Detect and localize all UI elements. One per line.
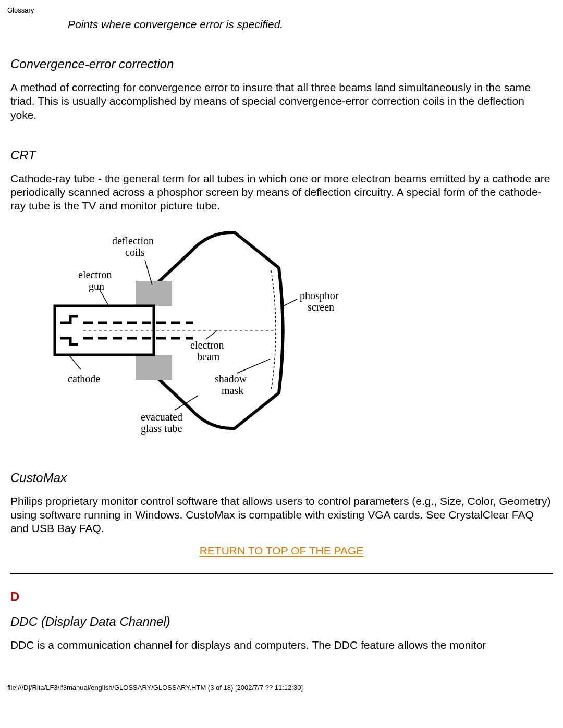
term-ddc: DDC (Display Data Channel) bbox=[10, 614, 553, 629]
label-electron-gun: electron bbox=[78, 269, 112, 280]
label-cathode: cathode bbox=[68, 373, 100, 385]
svg-text:mask: mask bbox=[222, 385, 243, 396]
figure-caption: Points where convergence error is specif… bbox=[68, 18, 553, 31]
term-crt: CRT bbox=[10, 148, 553, 163]
section-divider bbox=[10, 573, 553, 574]
label-electron-beam: electron bbox=[190, 339, 224, 351]
svg-text:beam: beam bbox=[197, 351, 220, 362]
definition-ddc: DDC is a communication channel for displ… bbox=[10, 638, 553, 652]
section-letter-d: D bbox=[10, 589, 553, 604]
definition-crt: Cathode-ray tube - the general term for … bbox=[10, 172, 553, 213]
label-deflection-coils: deflection bbox=[112, 235, 154, 246]
svg-text:screen: screen bbox=[308, 301, 334, 313]
definition-convergence-error-correction: A method of correcting for convergence e… bbox=[10, 81, 553, 122]
footer-file-path: file:///D|/Rita/LF3/lf3manual/english/GL… bbox=[0, 668, 563, 697]
definition-customax: Philips proprietary monitor control soft… bbox=[10, 495, 553, 536]
return-to-top-link[interactable]: RETURN TO TOP OF THE PAGE bbox=[10, 545, 553, 557]
svg-text:gun: gun bbox=[89, 280, 104, 292]
svg-text:coils: coils bbox=[125, 246, 145, 258]
crt-diagram: deflection coils electron gun cathode el… bbox=[31, 218, 553, 445]
term-convergence-error-correction: Convergence-error correction bbox=[10, 57, 553, 71]
term-customax: CustoMax bbox=[10, 471, 553, 485]
label-shadow-mask: shadow bbox=[215, 373, 247, 385]
page-header-title: Glossary bbox=[0, 0, 563, 14]
svg-text:glass tube: glass tube bbox=[141, 423, 182, 435]
deflection-coil-top bbox=[136, 281, 172, 306]
label-phosphor-screen: phosphor bbox=[300, 290, 339, 302]
leader-screen bbox=[282, 299, 297, 307]
label-evacuated-tube: evacuated bbox=[141, 411, 182, 423]
deflection-coil-bottom bbox=[136, 355, 172, 380]
